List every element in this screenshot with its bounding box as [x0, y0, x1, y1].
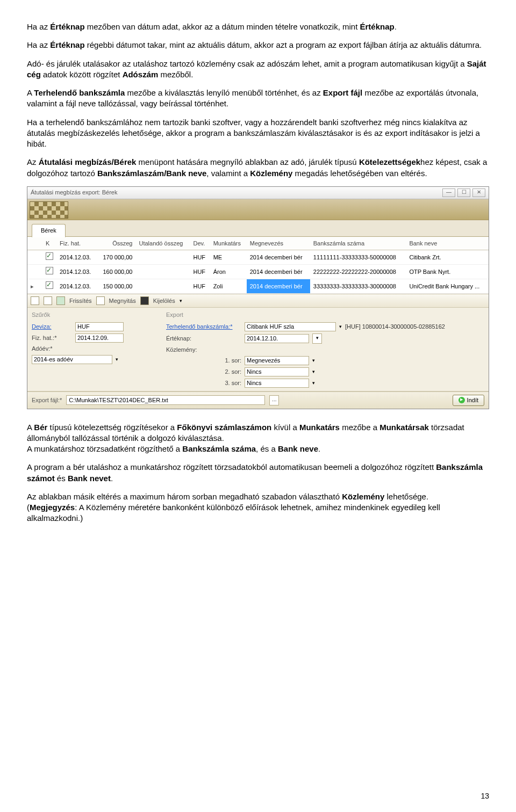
- text: típusú kötelezettség rögzítésekor a: [47, 423, 177, 432]
- table-row[interactable]: 2014.12.03.170 000,00HUFME2014 decemberi…: [27, 250, 489, 265]
- text: Adószám: [123, 70, 159, 79]
- text: Bankszámlaszám/Bank neve: [97, 169, 206, 178]
- open-icon[interactable]: [96, 296, 105, 305]
- text: .: [111, 474, 113, 483]
- sor3-label: 3. sor:: [166, 379, 241, 387]
- paragraph-3: Adó- és járulék utalásakor az utaláshoz …: [27, 59, 489, 81]
- text: .: [318, 444, 320, 453]
- col-bank[interactable]: Bank neve: [406, 237, 489, 250]
- deviza-label[interactable]: Deviza:: [32, 323, 72, 331]
- export-bar: Export fájl:* … Indít: [27, 392, 489, 409]
- text: : A Közlemény méretére bankonként különb…: [27, 503, 440, 523]
- account-info: [HUF] 10800014-30000005-02885162: [345, 323, 445, 331]
- text: A: [27, 423, 34, 432]
- new-icon[interactable]: [31, 296, 39, 305]
- text: mezőbe a: [340, 423, 379, 432]
- text: mezőbe a kiválasztás lenyíló menüből tör…: [125, 88, 323, 97]
- fizhat-input[interactable]: [75, 334, 124, 343]
- data-grid[interactable]: K Fiz. hat. Összeg Utalandó összeg Dev. …: [27, 237, 489, 294]
- col-osszeg[interactable]: Összeg: [97, 237, 135, 250]
- paragraph-5: Ha a terhelendő bankszámlához nem tartoz…: [27, 117, 489, 150]
- paragraph-9: A program a bér utaláshoz a munkatárshoz…: [27, 462, 489, 484]
- dropdown-icon[interactable]: ▾: [116, 356, 118, 363]
- text: Ha az: [27, 22, 50, 31]
- text: és: [55, 474, 68, 483]
- dropdown-icon[interactable]: ▾: [312, 368, 315, 375]
- open-button[interactable]: Megnyitás: [109, 297, 136, 305]
- erteknap-input[interactable]: [245, 334, 309, 343]
- paragraph-1: Ha az Értéknap mezőben van dátum adat, a…: [27, 21, 489, 32]
- titlebar: Átutalási megbízás export: Bérek — ☐ ✕: [27, 187, 489, 199]
- start-button[interactable]: Indít: [453, 395, 484, 406]
- minimize-button[interactable]: —: [442, 189, 455, 197]
- sor2-label: 2. sor:: [166, 368, 241, 376]
- col-k[interactable]: K: [42, 237, 56, 250]
- text: , és a: [256, 444, 278, 453]
- deviza-input[interactable]: [75, 322, 124, 331]
- tab-berek[interactable]: Bérek: [32, 224, 66, 237]
- adoev-label: Adóév:*: [32, 345, 72, 353]
- start-button-label: Indít: [467, 396, 478, 404]
- sor2-input[interactable]: [245, 367, 309, 376]
- decorative-toolbar: [27, 199, 489, 220]
- text: mezőből.: [158, 70, 193, 79]
- mini-toolbar: Frissítés Megnyitás Kijelölés ▾: [27, 294, 489, 308]
- dropdown-icon[interactable]: ▾: [339, 323, 342, 330]
- text: kívül a: [271, 423, 299, 432]
- sor1-label: 1. sor:: [166, 357, 241, 365]
- erteknap-label: Értéknap:: [166, 335, 241, 343]
- tab-bar: Bérek: [27, 220, 489, 237]
- refresh-icon[interactable]: [56, 296, 65, 305]
- text: .: [395, 22, 397, 31]
- filters-panel: Szűrők Deviza: Fiz. hat.:* Adóév:* ▾ Exp…: [27, 308, 489, 392]
- table-row[interactable]: 2014.12.03.160 000,00HUFÁron2014 decembe…: [27, 265, 489, 279]
- maximize-button[interactable]: ☐: [457, 189, 470, 197]
- sor3-input[interactable]: [245, 379, 309, 388]
- col-megnevezes[interactable]: Megnevezés: [247, 237, 310, 250]
- date-picker-icon[interactable]: ▾: [312, 334, 322, 344]
- col-fizhat[interactable]: Fiz. hat.: [56, 237, 97, 250]
- select-button[interactable]: Kijelölés: [153, 297, 175, 305]
- text: , valamint a: [206, 169, 250, 178]
- dropdown-icon[interactable]: ▾: [312, 380, 315, 386]
- text: Ha az: [27, 40, 50, 49]
- sor1-input[interactable]: [245, 356, 309, 365]
- fizhat-label: Fiz. hat.:*: [32, 334, 72, 342]
- select-icon[interactable]: [140, 296, 149, 305]
- text: Értéknap: [360, 22, 395, 31]
- text: Munkatársak: [379, 423, 429, 432]
- dropdown-icon[interactable]: ▾: [180, 298, 182, 304]
- text: Bankszámla száma: [182, 444, 256, 453]
- export-heading: Export: [166, 311, 484, 319]
- dropdown-icon[interactable]: ▾: [312, 357, 315, 364]
- text: lehetősége.: [384, 492, 428, 501]
- terhelendo-input[interactable]: [245, 322, 336, 331]
- table-row[interactable]: 2014.12.03.150 000,00HUFZoli2014 decembe…: [27, 279, 489, 294]
- text: Terhelendő bankszámla: [34, 88, 125, 97]
- terhelendo-label[interactable]: Terhelendő bankszámla:*: [166, 323, 241, 331]
- text: Bank neve: [278, 444, 318, 453]
- text: Megjegyzés: [30, 503, 75, 512]
- text: Főkönyvi számlaszámon: [177, 423, 271, 432]
- kozlemeny-label: Közlemény:: [166, 346, 241, 354]
- close-button[interactable]: ✕: [472, 189, 485, 197]
- col-utalando[interactable]: Utalandó összeg: [135, 237, 190, 250]
- text: Bér: [34, 423, 47, 432]
- browse-icon[interactable]: …: [269, 395, 279, 405]
- adoev-input[interactable]: [32, 355, 112, 364]
- text: Munkatárs: [299, 423, 340, 432]
- text: Kötelezettségek: [359, 157, 420, 166]
- refresh-button[interactable]: Frissítés: [69, 297, 92, 305]
- export-file-label: Export fájl:*: [32, 396, 62, 404]
- delete-icon[interactable]: [44, 296, 52, 305]
- col-banksz[interactable]: Bankszámla száma: [310, 237, 406, 250]
- window-title: Átutalási megbízás export: Bérek: [31, 189, 117, 197]
- text: régebbi dátumot takar, mint az aktuális …: [85, 40, 482, 49]
- col-dev[interactable]: Dev.: [190, 237, 210, 250]
- text: Export fájl: [323, 88, 362, 97]
- app-window: Átutalási megbízás export: Bérek — ☐ ✕ B…: [27, 186, 489, 409]
- export-file-input[interactable]: [66, 395, 265, 405]
- text: Bank nevet: [68, 474, 111, 483]
- col-munkatars[interactable]: Munkatárs: [210, 237, 247, 250]
- text: mezőben van dátum adat, akkor az a dátum…: [85, 22, 360, 31]
